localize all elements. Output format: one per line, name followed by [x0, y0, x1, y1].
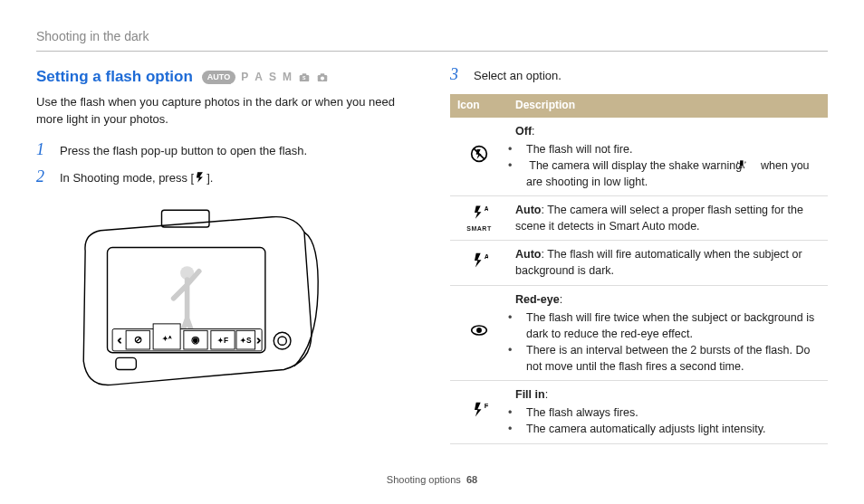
step-1: 1 Press the flash pop-up button to open …	[36, 141, 414, 160]
page-footer: Shooting options 68	[36, 470, 828, 488]
step-text: Press the flash pop-up button to open th…	[60, 141, 307, 160]
row-off-desc: Off: The flash will not fire. The camera…	[508, 118, 828, 196]
flash-off-icon	[450, 118, 508, 196]
shake-warning-icon	[745, 158, 758, 171]
flash-auto-smart-icon: A SMART	[450, 196, 508, 241]
svg-text:✦F: ✦F	[217, 336, 228, 345]
mode-s: S	[269, 70, 277, 85]
camera-illustration: ‹ ›	[36, 200, 414, 409]
th-description: Description	[508, 94, 828, 117]
left-column: Setting a flash option AUTO P A S M S Us…	[36, 66, 414, 470]
row-redeye-desc: Red-eye: The flash will fire twice when …	[508, 285, 828, 381]
mode-camera-icon	[316, 71, 329, 84]
table-header-row: Icon Description	[450, 94, 828, 117]
step-2: 2 In Shooting mode, press [].	[36, 168, 414, 187]
section-heading: Setting a flash option	[36, 66, 193, 89]
mode-indicators: AUTO P A S M S	[202, 70, 329, 85]
row-auto-smart-desc: Auto: The camera will select a proper fl…	[508, 196, 828, 241]
flash-auto-icon: A	[450, 241, 508, 285]
options-table: Icon Description Off: The flash will not…	[450, 94, 828, 443]
svg-point-17	[274, 333, 291, 350]
svg-text:✦S: ✦S	[240, 336, 252, 345]
two-column-layout: Setting a flash option AUTO P A S M S Us…	[36, 66, 828, 470]
row-fillin-desc: Fill in: The flash always fires. The cam…	[508, 381, 828, 443]
intro-text: Use the flash when you capture photos in…	[36, 94, 414, 128]
steps-list: 1 Press the flash pop-up button to open …	[36, 141, 414, 188]
heading-row: Setting a flash option AUTO P A S M S	[36, 66, 414, 89]
manual-page: Shooting in the dark Setting a flash opt…	[0, 0, 864, 504]
chapter-title: Shooting in the dark	[36, 27, 828, 45]
svg-text:›: ›	[257, 334, 261, 347]
fill-in-icon: F	[450, 381, 508, 443]
mode-auto-pill: AUTO	[202, 71, 235, 84]
step-number: 2	[36, 168, 51, 187]
svg-point-5	[321, 76, 324, 80]
svg-rect-4	[321, 73, 325, 75]
row-fillin: F Fill in: The flash always fires. The c…	[450, 381, 828, 443]
step-number: 1	[36, 141, 51, 160]
mode-a: A	[254, 70, 264, 85]
step-3: 3 Select an option.	[450, 66, 828, 85]
row-auto-smart: A SMART Auto: The camera will select a p…	[450, 196, 828, 241]
svg-text:S: S	[302, 75, 306, 81]
rule	[36, 51, 828, 52]
step-text: Select an option.	[474, 66, 562, 85]
svg-text:⊘: ⊘	[134, 335, 142, 346]
steps-list-right: 3 Select an option.	[450, 66, 828, 85]
camera-svg: ‹ ›	[60, 200, 331, 404]
step-number: 3	[450, 66, 465, 85]
footer-section: Shooting options	[387, 474, 461, 485]
svg-text:‹: ‹	[118, 334, 121, 347]
red-eye-icon	[450, 285, 508, 381]
row-auto: A Auto: The flash will fire automaticall…	[450, 241, 828, 285]
svg-rect-19	[116, 358, 137, 370]
right-column: 3 Select an option. Icon Description	[450, 66, 828, 470]
page-number: 68	[466, 474, 477, 485]
svg-point-30	[476, 328, 482, 333]
th-icon: Icon	[450, 94, 508, 117]
svg-text:◉: ◉	[191, 335, 200, 346]
flash-icon	[194, 171, 206, 184]
mode-scene-icon: S	[298, 71, 311, 84]
mode-p: P	[241, 70, 249, 85]
svg-text:A: A	[485, 252, 488, 260]
mode-m: M	[283, 70, 293, 85]
svg-text:F: F	[485, 401, 488, 409]
row-off: Off: The flash will not fire. The camera…	[450, 118, 828, 196]
row-redeye: Red-eye: The flash will fire twice when …	[450, 285, 828, 381]
svg-text:A: A	[485, 205, 488, 212]
svg-text:✦ᴬ: ✦ᴬ	[162, 334, 172, 343]
step-text: In Shooting mode, press [].	[60, 168, 213, 187]
row-auto-desc: Auto: The flash will fire automatically …	[508, 241, 828, 285]
